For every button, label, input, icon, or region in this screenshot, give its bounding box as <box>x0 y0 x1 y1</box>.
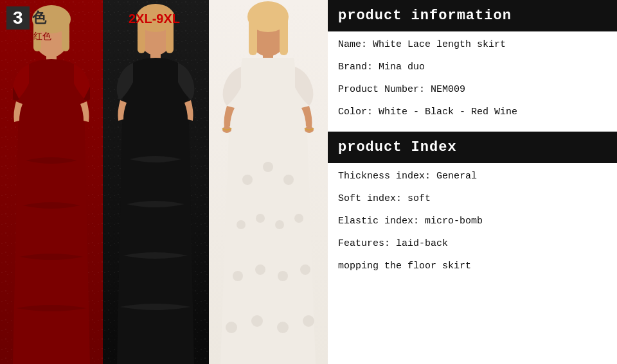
product-name-row: Name: White Lace length skirt <box>338 38 607 51</box>
svg-point-23 <box>233 271 243 281</box>
white-dress <box>209 0 328 364</box>
svg-point-16 <box>242 175 253 185</box>
elastic-label: Elastic index: micro-bomb <box>338 216 483 227</box>
thickness-label: Thickness index: General <box>338 171 477 182</box>
svg-point-29 <box>277 322 289 333</box>
soft-row: Soft index: soft <box>338 192 607 205</box>
svg-point-18 <box>283 175 294 185</box>
svg-point-19 <box>237 220 246 229</box>
svg-point-25 <box>278 271 288 281</box>
mopping-label: mopping the floor skirt <box>338 261 471 272</box>
svg-rect-12 <box>249 17 257 55</box>
svg-point-30 <box>303 315 314 327</box>
number-label: Product Number: NEM009 <box>338 84 465 95</box>
product-info-header: product information <box>328 0 617 31</box>
brand-label: Brand: Mina duo <box>338 62 425 73</box>
black-model-svg <box>103 0 209 364</box>
svg-point-22 <box>294 214 303 223</box>
thickness-row: Thickness index: General <box>338 169 607 183</box>
svg-rect-13 <box>280 17 288 55</box>
name-label: Name: White Lace length skirt <box>338 39 506 50</box>
svg-rect-3 <box>62 19 69 51</box>
svg-point-28 <box>251 315 263 327</box>
product-images-panel: 3 色 新增酒红色 2XL-9XL <box>0 0 328 364</box>
product-brand-row: Brand: Mina duo <box>338 60 607 74</box>
product-info-panel: product information Name: White Lace len… <box>328 0 617 364</box>
product-index-header: product Index <box>328 132 617 163</box>
red-model-svg <box>0 0 103 364</box>
soft-label: Soft index: soft <box>338 193 431 204</box>
svg-point-26 <box>300 264 310 275</box>
size-range-badge: 2XL-9XL <box>129 12 180 26</box>
white-model-svg <box>209 0 328 364</box>
product-color-row: Color: White - Black - Red Wine <box>338 105 607 119</box>
product-number-row: Product Number: NEM009 <box>338 83 607 96</box>
product-info-section: Name: White Lace length skirt Brand: Min… <box>328 31 617 132</box>
features-row: Features: laid-back <box>338 237 607 250</box>
color-label: Color: White - Black - Red Wine <box>338 107 517 117</box>
svg-point-24 <box>255 264 265 275</box>
svg-point-27 <box>226 322 237 333</box>
black-dress <box>103 0 209 364</box>
dresses-container <box>0 0 328 364</box>
svg-point-20 <box>256 214 265 223</box>
color-count-badge: 3 色 <box>6 6 46 30</box>
elastic-row: Elastic index: micro-bomb <box>338 214 607 228</box>
color-text: 色 <box>32 8 46 28</box>
new-color-label: 新增酒红色 <box>6 31 51 42</box>
svg-point-17 <box>263 162 273 172</box>
red-dress <box>0 0 103 364</box>
color-badge-container: 3 色 新增酒红色 <box>6 6 51 42</box>
product-index-section: Thickness index: General Soft index: sof… <box>328 163 617 286</box>
svg-point-21 <box>275 220 284 229</box>
features-label: Features: laid-back <box>338 238 448 249</box>
color-number: 3 <box>6 6 30 30</box>
mopping-row: mopping the floor skirt <box>338 259 607 273</box>
